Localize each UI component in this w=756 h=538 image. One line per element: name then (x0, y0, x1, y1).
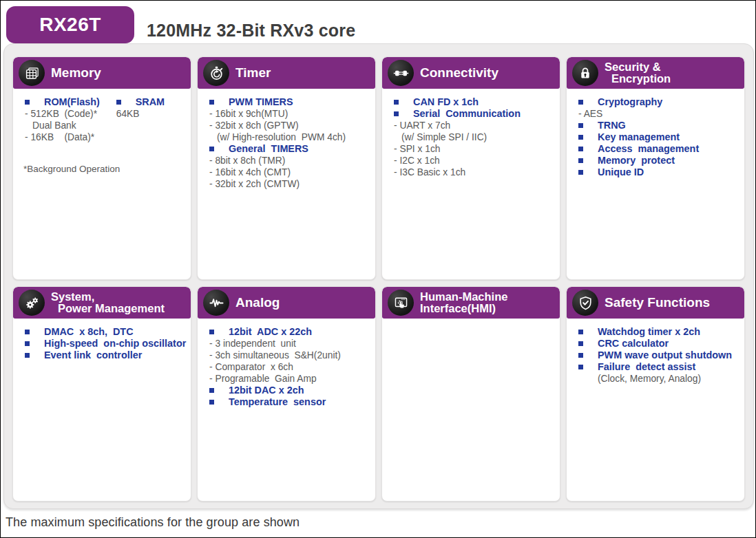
card-safety-functions: Safety FunctionsWatchdog timer x 2chCRC … (566, 286, 745, 502)
feature-item-text: Dual Bank (32, 120, 76, 131)
feature-item-text: - 8bit x 8ch (TMR) (209, 155, 285, 166)
card-body-human-machine-interface (382, 319, 560, 501)
feature-item-text: SRAM (136, 96, 165, 108)
card-column: DMAC x 8ch, DTCHigh-speed on-chip oscill… (23, 326, 187, 361)
card-title-analog: Analog (235, 296, 280, 310)
card-body-system-power-management: DMAC x 8ch, DTCHigh-speed on-chip oscill… (13, 319, 191, 501)
feature-item-text: - 3 independent unit (209, 338, 296, 349)
feature-item-text: (w/ High-resolution PWM 4ch) (217, 131, 346, 143)
card-body-connectivity: CAN FD x 1chSerial Communication- UART x… (382, 89, 560, 279)
feature-item: Watchdog timer x 2ch (577, 326, 740, 338)
feature-item-text: - 32bit x 8ch (GPTW) (209, 120, 299, 131)
square-bullet-icon (209, 388, 214, 393)
feature-item: Key management (577, 131, 740, 143)
square-bullet-icon (25, 341, 30, 346)
feature-item-text: - I2C x 1ch (394, 155, 440, 166)
card-header-security-encryption: Security &Encryption (567, 57, 744, 89)
feature-item: - 3ch simultaneous S&H(2unit) (208, 349, 371, 361)
square-bullet-icon (394, 111, 399, 116)
touch-screen-icon (388, 290, 414, 316)
feature-item-text: Temperature sensor (229, 396, 326, 408)
card-title-line: Safety Functions (605, 296, 710, 310)
card-title-human-machine-interface: Human-MachineInterface(HMI) (420, 291, 507, 315)
feature-item: 12bit DAC x 2ch (208, 385, 371, 396)
feature-item-text: Serial Communication (413, 108, 521, 120)
feature-item: - 16KB (Data)* (23, 131, 115, 143)
card-body-analog: 12bit ADC x 22ch- 3 independent unit- 3c… (198, 319, 375, 501)
feature-item: Serial Communication (392, 108, 556, 120)
page: RX26T 120MHz 32-Bit RXv3 core MemoryROM(… (0, 0, 756, 538)
feature-item-text: PWM wave output shutdown (598, 349, 732, 361)
card-column: 12bit ADC x 22ch- 3 independent unit- 3c… (208, 326, 371, 408)
feature-item: Event link controller (23, 349, 187, 361)
card-columns: Cryptography- AESTRNGKey managementAcces… (577, 96, 740, 178)
feature-item-text: Cryptography (598, 96, 662, 108)
card-columns: CAN FD x 1chSerial Communication- UART x… (392, 96, 556, 178)
feature-item: SRAM (115, 96, 187, 108)
feature-item-text: - 16bit x 9ch(MTU) (209, 108, 288, 120)
feature-item-text: High-speed on-chip oscillator (44, 338, 186, 349)
gears-icon (19, 290, 45, 316)
feature-item-text: - 32bit x 2ch (CMTW) (209, 178, 300, 190)
card-body-timer: PWM TIMERS- 16bit x 9ch(MTU)- 32bit x 8c… (198, 89, 375, 279)
feature-item-text: - SPI x 1ch (394, 143, 440, 155)
card-system-power-management: System,Power ManagementDMAC x 8ch, DTCHi… (12, 286, 191, 502)
card-body-security-encryption: Cryptography- AESTRNGKey managementAcces… (567, 89, 744, 279)
card-header-system-power-management: System,Power Management (13, 287, 191, 319)
card-title-security-encryption: Security &Encryption (605, 61, 671, 85)
card-timer: TimerPWM TIMERS- 16bit x 9ch(MTU)- 32bit… (197, 56, 376, 280)
square-bullet-icon (578, 135, 583, 140)
feature-item: - 16bit x 4ch (CMT) (208, 166, 371, 178)
feature-item: 64KB (115, 108, 187, 120)
card-security-encryption: Security &EncryptionCryptography- AESTRN… (566, 56, 745, 280)
waveform-icon (203, 290, 229, 316)
square-bullet-icon (209, 330, 214, 334)
stopwatch-icon (203, 60, 229, 86)
card-column: Cryptography- AESTRNGKey managementAcces… (577, 96, 740, 178)
feature-item: Access management (577, 143, 740, 155)
card-title-line: Timer (235, 66, 271, 80)
feature-item-text: - 512KB (Code)* (25, 108, 97, 120)
square-bullet-icon (25, 353, 30, 358)
card-title-line: Memory (51, 66, 101, 80)
card-header-analog: Analog (198, 287, 375, 319)
square-bullet-icon (578, 147, 583, 151)
card-title-line: Power Management (51, 303, 165, 315)
card-title-line: Connectivity (420, 66, 498, 80)
feature-item: - I3C Basic x 1ch (392, 166, 556, 178)
feature-item-text: - Programable Gain Amp (209, 373, 317, 385)
square-bullet-icon (209, 400, 214, 405)
feature-item: Failure detect assist (577, 361, 740, 373)
feature-item: Dual Bank (23, 120, 115, 131)
feature-item: - SPI x 1ch (392, 143, 556, 155)
card-header-human-machine-interface: Human-MachineInterface(HMI) (382, 287, 560, 319)
feature-item-text: - 16bit x 4ch (CMT) (209, 166, 291, 178)
feature-item: - UART x 7ch (392, 120, 556, 131)
lock-icon (572, 60, 598, 86)
card-body-safety-functions: Watchdog timer x 2chCRC calculatorPWM wa… (567, 319, 744, 501)
square-bullet-icon (394, 100, 399, 105)
square-bullet-icon (578, 341, 583, 346)
feature-item: - 512KB (Code)* (23, 108, 115, 120)
feature-item-text: - UART x 7ch (394, 120, 450, 131)
feature-item: - 32bit x 2ch (CMTW) (208, 178, 371, 190)
feature-item: Unique ID (577, 166, 740, 178)
square-bullet-icon (578, 365, 583, 369)
feature-item: - 32bit x 8ch (GPTW) (208, 120, 371, 131)
product-badge: RX26T (6, 6, 134, 43)
square-bullet-icon (25, 100, 30, 105)
feature-item-text: Unique ID (598, 166, 644, 178)
feature-item: - 3 independent unit (208, 338, 371, 349)
card-title-line: Analog (235, 296, 280, 310)
feature-item: (w/ High-resolution PWM 4ch) (208, 131, 371, 143)
feature-item: CAN FD x 1ch (392, 96, 556, 108)
card-columns: Watchdog timer x 2chCRC calculatorPWM wa… (577, 326, 740, 385)
card-human-machine-interface: Human-MachineInterface(HMI) (381, 286, 560, 502)
feature-item-text: TRNG (598, 120, 626, 131)
square-bullet-icon (578, 330, 583, 334)
square-bullet-icon (578, 100, 583, 105)
memory-grid-icon (19, 60, 45, 86)
feature-item: - 8bit x 8ch (TMR) (208, 155, 371, 166)
feature-item-text: Failure detect assist (598, 361, 695, 373)
card-title-connectivity: Connectivity (420, 66, 498, 80)
